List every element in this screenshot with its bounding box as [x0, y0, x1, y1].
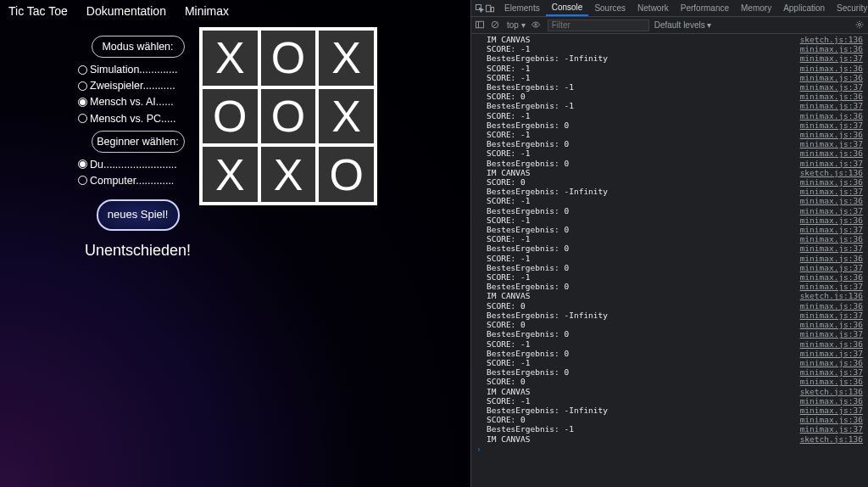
board-cell-0[interactable]: X — [203, 31, 258, 86]
console-log-source-link[interactable]: minimax.js:37 — [793, 424, 863, 434]
clear-console-icon[interactable] — [490, 20, 502, 31]
log-levels-dropdown[interactable]: Default levels ▾ — [654, 20, 712, 30]
console-log-source-link[interactable]: minimax.js:36 — [793, 177, 863, 187]
mode-option-mensch-pc[interactable]: Mensch vs. PC..... — [76, 111, 199, 127]
mode-radio-mensch-pc[interactable] — [78, 114, 87, 123]
console-log-message: SCORE: -1 — [487, 196, 793, 205]
console-log-source-link[interactable]: minimax.js:36 — [793, 73, 863, 82]
nav-link-dokumentation[interactable]: Dokumentation — [86, 4, 166, 18]
console-toolbar: top ▾ Default levels ▾ — [471, 17, 868, 34]
console-log-source-link[interactable]: minimax.js:36 — [793, 339, 863, 349]
console-log-source-link[interactable]: minimax.js:37 — [793, 187, 863, 196]
console-settings-icon[interactable] — [854, 20, 865, 31]
console-log-source-link[interactable]: minimax.js:37 — [793, 159, 863, 168]
inspect-icon[interactable] — [475, 3, 485, 14]
console-log-source-link[interactable]: minimax.js:37 — [793, 282, 863, 291]
console-log-source-link[interactable]: minimax.js:36 — [793, 272, 863, 282]
console-log-source-link[interactable]: minimax.js:36 — [793, 111, 863, 120]
starter-heading[interactable]: Beginner wählen: — [92, 131, 185, 153]
console-log-row: SCORE: -1minimax.js:36 — [471, 148, 868, 158]
console-log-row: SCORE: 0minimax.js:36 — [471, 320, 868, 329]
console-log-row: SCORE: -1minimax.js:36 — [471, 44, 868, 53]
live-expression-icon[interactable] — [531, 20, 542, 31]
tab-application[interactable]: Application — [777, 1, 831, 15]
new-game-button[interactable]: neues Spiel! — [97, 199, 180, 231]
tab-network[interactable]: Network — [632, 1, 675, 15]
console-log-source-link[interactable]: minimax.js:36 — [793, 64, 863, 73]
starter-radio-computer[interactable] — [78, 176, 87, 185]
tab-elements[interactable]: Elements — [498, 1, 546, 15]
console-log-source-link[interactable]: minimax.js:37 — [793, 349, 863, 358]
console-log-source-link[interactable]: minimax.js:37 — [793, 329, 863, 339]
console-log-source-link[interactable]: minimax.js:36 — [793, 396, 863, 406]
mode-heading[interactable]: Modus wählen: — [92, 36, 185, 58]
console-log-source-link[interactable]: minimax.js:36 — [793, 301, 863, 311]
tab-performance[interactable]: Performance — [675, 1, 735, 15]
starter-radio-du[interactable] — [78, 160, 87, 169]
console-log-message: SCORE: 0 — [487, 92, 793, 101]
console-log-source-link[interactable]: minimax.js:36 — [793, 320, 863, 329]
tab-sources[interactable]: Sources — [588, 1, 632, 15]
board-cell-1[interactable]: O — [261, 31, 316, 86]
console-log-message: BestesErgebnis: 0 — [487, 120, 793, 130]
console-log-source-link[interactable]: minimax.js:36 — [793, 377, 863, 386]
console-log-source-link[interactable]: minimax.js:36 — [793, 148, 863, 158]
console-log-source-link[interactable]: minimax.js:36 — [793, 130, 863, 139]
console-log-source-link[interactable]: minimax.js:36 — [793, 196, 863, 205]
console-log-source-link[interactable]: minimax.js:36 — [793, 216, 863, 225]
console-log-area[interactable]: IM CANVASsketch.js:136SCORE: -1minimax.j… — [471, 34, 868, 487]
board-cell-7[interactable]: X — [261, 147, 316, 202]
console-log-source-link[interactable]: minimax.js:36 — [793, 44, 863, 53]
console-log-source-link[interactable]: minimax.js:37 — [793, 82, 863, 92]
console-log-source-link[interactable]: minimax.js:36 — [793, 92, 863, 101]
nav-link-tictactoe[interactable]: Tic Tac Toe — [8, 4, 68, 18]
console-filter-input[interactable] — [548, 20, 649, 31]
console-log-row: IM CANVASsketch.js:136 — [471, 434, 868, 444]
board-cell-6[interactable]: X — [203, 147, 258, 202]
tab-security[interactable]: Security — [831, 1, 868, 15]
console-log-row: BestesErgebnis: -1minimax.js:37 — [471, 101, 868, 110]
mode-option-simulation[interactable]: Simulation............. — [76, 62, 199, 78]
console-log-source-link[interactable]: minimax.js:37 — [793, 244, 863, 253]
board-cell-4[interactable]: O — [261, 89, 316, 144]
mode-option-mensch-ai[interactable]: Mensch vs. AI...... — [76, 94, 199, 110]
mode-radio-zweispieler[interactable] — [78, 81, 87, 91]
context-selector[interactable]: top ▾ — [507, 20, 526, 30]
console-log-source-link[interactable]: minimax.js:36 — [793, 358, 863, 367]
board-cell-8[interactable]: O — [319, 147, 374, 202]
console-log-source-link[interactable]: minimax.js:37 — [793, 367, 863, 377]
console-log-source-link[interactable]: minimax.js:37 — [793, 406, 863, 415]
console-log-source-link[interactable]: minimax.js:37 — [793, 101, 863, 110]
console-log-source-link[interactable]: minimax.js:37 — [793, 120, 863, 130]
tab-console[interactable]: Console — [546, 0, 589, 16]
console-log-source-link[interactable]: minimax.js:36 — [793, 415, 863, 424]
starter-option-du[interactable]: Du......................... — [76, 157, 199, 173]
mode-radio-simulation[interactable] — [78, 65, 87, 75]
console-log-source-link[interactable]: minimax.js:36 — [793, 234, 863, 244]
console-log-source-link[interactable]: minimax.js:37 — [793, 139, 863, 148]
mode-radio-mensch-ai[interactable] — [78, 98, 87, 107]
board-cell-3[interactable]: O — [203, 89, 258, 144]
console-log-source-link[interactable]: minimax.js:37 — [793, 311, 863, 320]
console-log-source-link[interactable]: sketch.js:136 — [793, 35, 863, 44]
console-log-message: BestesErgebnis: -Infinity — [487, 187, 793, 196]
tab-memory[interactable]: Memory — [735, 1, 777, 15]
device-toggle-icon[interactable] — [485, 3, 495, 14]
console-log-source-link[interactable]: minimax.js:37 — [793, 53, 863, 63]
board-cell-2[interactable]: X — [319, 31, 374, 86]
console-log-source-link[interactable]: sketch.js:136 — [793, 168, 863, 177]
console-log-source-link[interactable]: minimax.js:36 — [793, 254, 863, 263]
console-log-source-link[interactable]: minimax.js:37 — [793, 263, 863, 272]
mode-option-zweispieler[interactable]: Zweispieler........... — [76, 78, 199, 94]
nav-link-minimax[interactable]: Minimax — [185, 4, 229, 18]
console-sidebar-toggle-icon[interactable] — [475, 20, 485, 31]
console-log-source-link[interactable]: sketch.js:136 — [793, 387, 863, 396]
starter-option-computer[interactable]: Computer............. — [76, 173, 199, 189]
console-log-message: SCORE: -1 — [487, 130, 793, 139]
console-log-source-link[interactable]: minimax.js:37 — [793, 225, 863, 234]
console-prompt[interactable]: › — [471, 444, 868, 455]
board-cell-5[interactable]: X — [319, 89, 374, 144]
console-log-source-link[interactable]: sketch.js:136 — [793, 291, 863, 300]
console-log-source-link[interactable]: sketch.js:136 — [793, 434, 863, 444]
console-log-source-link[interactable]: minimax.js:37 — [793, 206, 863, 216]
